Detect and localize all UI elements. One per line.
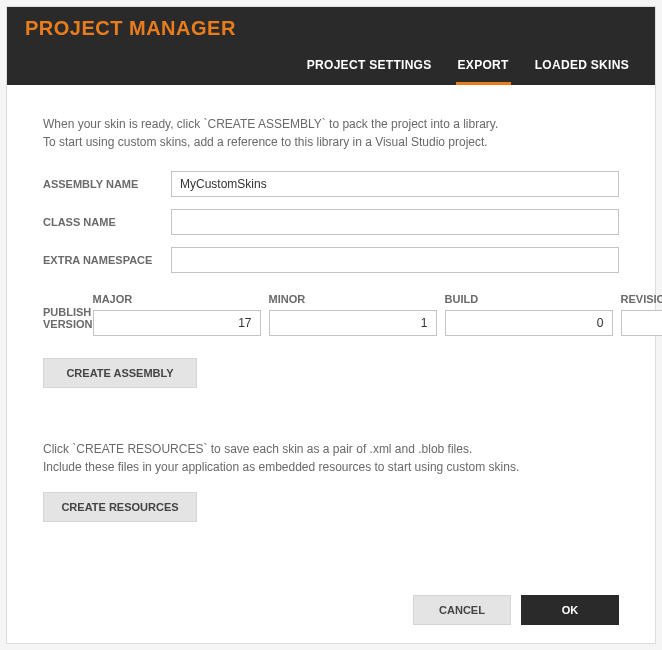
revision-input[interactable] — [621, 310, 662, 336]
page-title: PROJECT MANAGER — [25, 17, 637, 40]
row-assembly-name: ASSEMBLY NAME — [43, 171, 619, 197]
major-input[interactable] — [93, 310, 261, 336]
minor-label: MINOR — [269, 293, 437, 305]
revision-field: REVISION — [621, 293, 662, 336]
minor-field: MINOR — [269, 293, 437, 336]
build-field: BUILD — [445, 293, 613, 336]
create-assembly-button[interactable]: CREATE ASSEMBLY — [43, 358, 197, 388]
row-class-name: CLASS NAME — [43, 209, 619, 235]
tab-export[interactable]: EXPORT — [456, 52, 511, 85]
row-publish-version: PUBLISH VERSION MAJOR MINOR BUILD REVISI… — [43, 293, 619, 336]
content: When your skin is ready, click `CREATE A… — [7, 85, 655, 643]
revision-label: REVISION — [621, 293, 662, 305]
create-resources-button[interactable]: CREATE RESOURCES — [43, 492, 197, 522]
spacer — [43, 522, 619, 595]
assembly-name-label: ASSEMBLY NAME — [43, 178, 171, 190]
intro-text: When your skin is ready, click `CREATE A… — [43, 115, 619, 151]
assembly-name-input[interactable] — [171, 171, 619, 197]
project-manager-window: PROJECT MANAGER PROJECT SETTINGS EXPORT … — [6, 6, 656, 644]
resources-line-1: Click `CREATE RESOURCES` to save each sk… — [43, 440, 619, 458]
major-field: MAJOR — [93, 293, 261, 336]
cancel-button[interactable]: CANCEL — [413, 595, 511, 625]
tab-loaded-skins[interactable]: LOADED SKINS — [533, 52, 631, 85]
build-input[interactable] — [445, 310, 613, 336]
publish-version-label: PUBLISH VERSION — [43, 306, 93, 336]
ok-button[interactable]: OK — [521, 595, 619, 625]
extra-namespace-input[interactable] — [171, 247, 619, 273]
class-name-label: CLASS NAME — [43, 216, 171, 228]
resources-text: Click `CREATE RESOURCES` to save each sk… — [43, 440, 619, 476]
build-label: BUILD — [445, 293, 613, 305]
row-extra-namespace: EXTRA NAMESPACE — [43, 247, 619, 273]
major-label: MAJOR — [93, 293, 261, 305]
intro-line-2: To start using custom skins, add a refer… — [43, 133, 619, 151]
version-fields: MAJOR MINOR BUILD REVISION — [93, 293, 662, 336]
intro-line-1: When your skin is ready, click `CREATE A… — [43, 115, 619, 133]
header: PROJECT MANAGER PROJECT SETTINGS EXPORT … — [7, 7, 655, 85]
minor-input[interactable] — [269, 310, 437, 336]
footer: CANCEL OK — [43, 595, 619, 625]
tabs: PROJECT SETTINGS EXPORT LOADED SKINS — [25, 52, 637, 85]
resources-line-2: Include these files in your application … — [43, 458, 619, 476]
class-name-input[interactable] — [171, 209, 619, 235]
tab-project-settings[interactable]: PROJECT SETTINGS — [305, 52, 434, 85]
extra-namespace-label: EXTRA NAMESPACE — [43, 254, 171, 266]
